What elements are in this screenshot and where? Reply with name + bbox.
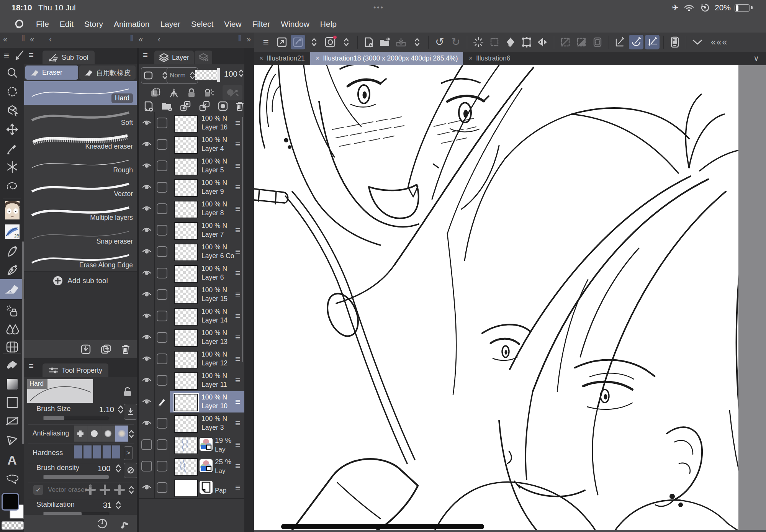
panel-menu-icon[interactable]: ≡ xyxy=(29,362,34,370)
menu-window[interactable]: Window xyxy=(275,20,315,29)
menu-layer[interactable]: Layer xyxy=(155,20,186,29)
tool-property-tab[interactable]: Tool Property xyxy=(43,363,108,377)
menu-view[interactable]: View xyxy=(219,20,247,29)
vector-eraser-checkbox[interactable]: ✓ xyxy=(33,485,43,495)
layer-thumbnail[interactable] xyxy=(174,394,198,411)
layer-row[interactable]: 100 % NLayer 9 ≡ xyxy=(139,177,244,198)
dock-expand-icon[interactable]: » xyxy=(247,35,251,44)
layer-drag-handle[interactable]: ≡ xyxy=(235,139,241,150)
tool-eraser-selected[interactable] xyxy=(0,279,24,299)
tool-operation-object[interactable] xyxy=(0,101,24,119)
tool-pen[interactable] xyxy=(0,242,24,261)
reference-layer-icon[interactable] xyxy=(169,88,179,98)
layer-select-checkbox[interactable] xyxy=(154,177,170,198)
layer-select-checkbox[interactable] xyxy=(154,198,170,219)
erase-whole-line-icon[interactable] xyxy=(114,483,125,496)
stepper-buttons[interactable] xyxy=(339,35,354,49)
layer-row-hidden[interactable]: 25 %Lay ≡ xyxy=(139,455,244,477)
hardness-seg[interactable] xyxy=(83,445,92,458)
layer-secondary-tab[interactable] xyxy=(195,51,212,64)
layer-drag-handle[interactable]: ≡ xyxy=(235,246,241,257)
layer-tab[interactable]: Layer xyxy=(154,51,194,64)
snap-guide-button[interactable] xyxy=(645,35,660,49)
ruler-visibility-button[interactable] xyxy=(223,85,242,100)
subtool-item-soft[interactable]: Soft xyxy=(24,105,137,129)
aa-none-button[interactable] xyxy=(74,426,87,442)
visibility-eye-icon[interactable] xyxy=(139,370,154,391)
visibility-eye-icon[interactable] xyxy=(139,198,154,219)
hardness-seg[interactable] xyxy=(112,445,120,458)
vector-eraser-stepper[interactable] xyxy=(128,484,134,496)
tool-fill-bucket[interactable] xyxy=(0,356,24,374)
panel-menu-icon[interactable]: ≡ xyxy=(29,51,34,59)
tool-gradient[interactable] xyxy=(0,375,24,393)
layer-thumbnail[interactable] xyxy=(174,179,198,197)
brush-size-slider[interactable] xyxy=(43,416,109,420)
stroke-speed-gauge-icon[interactable] xyxy=(97,518,108,529)
reselect-button[interactable] xyxy=(487,35,502,49)
document-tab[interactable]: × Illustration21 xyxy=(254,52,310,65)
aa-weak-button[interactable] xyxy=(88,426,101,442)
layer-row[interactable]: 100 % NLayer 16 ≡ xyxy=(139,112,244,134)
layer-drag-handle[interactable]: ≡ xyxy=(235,461,241,471)
layer-thumbnail[interactable] xyxy=(174,222,198,240)
layer-row-hidden[interactable]: 19 %Lay ≡ xyxy=(139,434,244,456)
dock-back-icon[interactable]: ‹ xyxy=(49,35,52,44)
document-tab[interactable]: × Illustration6 xyxy=(463,52,516,65)
layer-drag-handle[interactable]: ≡ xyxy=(235,375,241,386)
aa-stepper[interactable] xyxy=(128,428,134,440)
visibility-off-box[interactable] xyxy=(139,434,154,455)
visibility-eye-icon[interactable] xyxy=(139,284,154,305)
tool-correct-line[interactable] xyxy=(0,431,24,449)
hardness-seg[interactable] xyxy=(103,445,111,458)
layer-thumbnail[interactable] xyxy=(174,265,198,283)
visibility-eye-icon[interactable] xyxy=(139,391,154,413)
layer-select-checkbox[interactable] xyxy=(154,370,170,391)
layer-row[interactable]: 100 % NLayer 3 ≡ xyxy=(139,413,244,434)
brush-density-stepper[interactable] xyxy=(115,463,121,474)
density-by-pressure-button[interactable] xyxy=(124,463,137,478)
drawing-canvas[interactable] xyxy=(254,65,738,532)
layer-select-checkbox[interactable] xyxy=(154,262,170,284)
layer-select-checkbox[interactable] xyxy=(154,348,170,370)
menu-story[interactable]: Story xyxy=(79,20,108,29)
snap-special-ruler-button[interactable] xyxy=(629,35,643,49)
clip-studio-notice-button[interactable] xyxy=(323,35,337,49)
layer-drag-handle[interactable]: ≡ xyxy=(235,311,241,321)
lock-layer-icon[interactable] xyxy=(187,88,196,98)
snap-ruler-button[interactable] xyxy=(613,35,627,49)
tool-blend[interactable] xyxy=(0,320,24,338)
layer-select-checkbox[interactable] xyxy=(154,155,170,177)
stepper-buttons[interactable] xyxy=(307,35,321,49)
tool-rotate-canvas[interactable] xyxy=(0,82,24,100)
undo-button[interactable]: ↺ xyxy=(432,35,447,49)
unlock-icon[interactable] xyxy=(122,386,133,397)
close-tab-icon[interactable]: × xyxy=(316,54,320,62)
visibility-eye-icon[interactable] xyxy=(139,262,154,284)
open-file-button[interactable] xyxy=(378,35,392,49)
sub-tool-tab[interactable]: Sub Tool xyxy=(43,51,95,64)
visibility-eye-icon[interactable] xyxy=(139,177,154,198)
opacity-slider-handle[interactable] xyxy=(217,68,220,82)
redo-button[interactable]: ↻ xyxy=(448,35,463,49)
companion-mode-button[interactable] xyxy=(668,35,682,49)
layer-select-checkbox[interactable] xyxy=(154,219,170,241)
duplicate-subtool-icon[interactable] xyxy=(101,344,111,354)
layer-select-checkbox[interactable] xyxy=(154,284,170,305)
layer-thumbnail[interactable] xyxy=(174,329,198,347)
layer-row[interactable]: 100 % NLayer 5 ≡ xyxy=(139,155,244,177)
layer-select-checkbox[interactable] xyxy=(154,413,170,434)
tabbar-collapse-icon[interactable]: ∨ xyxy=(753,54,759,63)
visibility-eye-icon[interactable] xyxy=(139,241,154,262)
layer-drag-handle[interactable]: ≡ xyxy=(235,332,241,343)
brush-size-stepper[interactable] xyxy=(118,404,124,415)
tool-airbrush[interactable] xyxy=(0,301,24,320)
menu-help[interactable]: Help xyxy=(315,20,342,29)
layer-thumbnail[interactable] xyxy=(174,415,198,433)
subtool-item-rough[interactable]: Rough xyxy=(24,152,137,177)
layer-row[interactable]: 100 % NLayer 6 Co ≡ xyxy=(139,241,244,263)
subtool-item-erase-along-edge[interactable]: Erase Along Edge xyxy=(24,247,137,272)
tool-eyedropper[interactable] xyxy=(0,139,24,158)
blend-mode-dropdown[interactable]: Norm xyxy=(167,67,198,83)
visibility-eye-icon[interactable] xyxy=(139,155,154,177)
